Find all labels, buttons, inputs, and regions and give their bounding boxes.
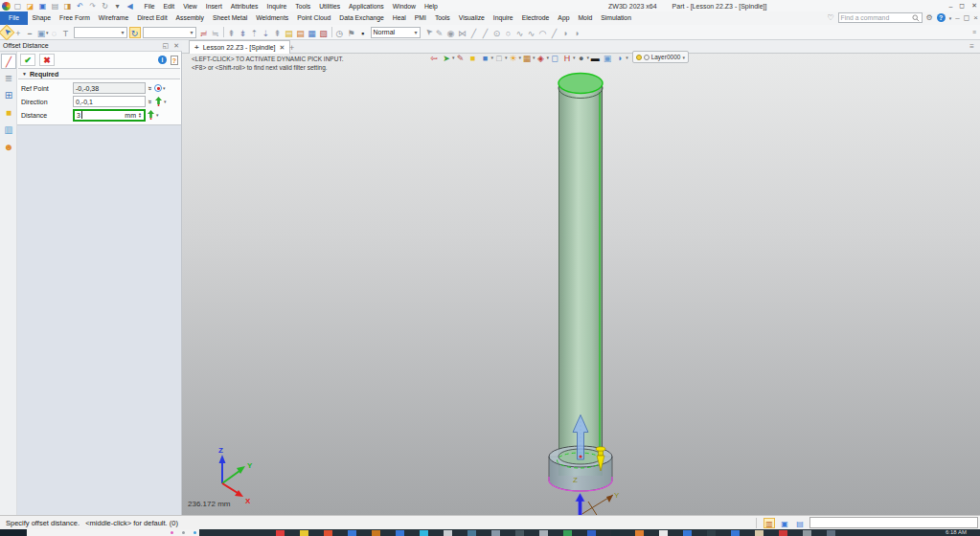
menu-insert[interactable]: Insert	[201, 3, 226, 10]
taskbar-app-icon[interactable]	[707, 530, 716, 536]
taskbar-app-icon[interactable]	[683, 530, 692, 536]
history-manager-icon[interactable]: ≣	[1, 71, 16, 86]
ribbon-tab-wireframe[interactable]: Wireframe	[94, 11, 132, 25]
ribbon-tab-electrode[interactable]: Electrode	[517, 11, 554, 25]
visibility-icon[interactable]: ◗	[614, 52, 626, 63]
undo-icon[interactable]: ↶	[75, 1, 85, 11]
direction-expand-icon[interactable]: »	[146, 98, 154, 105]
cancel-button[interactable]: ✖	[39, 54, 55, 66]
tab-close-icon[interactable]: ✕	[280, 44, 285, 52]
brush-icon[interactable]: ✎	[455, 52, 467, 63]
taskbar-app-icon[interactable]	[779, 530, 787, 536]
taskbar-app-icon[interactable]	[491, 530, 500, 536]
line1-icon[interactable]: ╱	[468, 27, 480, 38]
layer-list-icon[interactable]: ▤	[284, 27, 295, 38]
text-select-icon[interactable]: T	[60, 27, 72, 38]
view-cube-icon[interactable]: ■	[1, 105, 16, 121]
ref-point-input[interactable]: -0,-0,38	[73, 82, 146, 94]
render-sphere-icon[interactable]: ●	[576, 52, 587, 63]
circled-icon[interactable]: ◉	[445, 27, 457, 38]
ribbon-tab-point-cloud[interactable]: Point Cloud	[293, 11, 335, 25]
panel-close-icon[interactable]: ✕	[173, 42, 179, 50]
pin5-icon[interactable]: ⇞	[272, 27, 284, 38]
distance-dropdown-icon[interactable]: ▾	[156, 112, 159, 118]
taskbar-app-icon[interactable]	[324, 530, 332, 536]
shade-mode-icon[interactable]: ■	[480, 52, 491, 63]
csys-box-icon[interactable]: ■	[467, 52, 479, 63]
ribbon-tab-simulation[interactable]: Simulation	[597, 11, 636, 25]
zoom-window-icon[interactable]: ◻	[549, 52, 560, 63]
image-blue-icon[interactable]: ▦	[307, 27, 318, 38]
viewport-blue-icon[interactable]: ▣	[602, 52, 613, 63]
wireframe-mode-icon[interactable]: □	[493, 52, 505, 63]
model-canvas[interactable]: Z Y Z Y X	[182, 54, 980, 515]
menu-tools[interactable]: Tools	[291, 3, 315, 10]
ribbon-tab-heal[interactable]: Heal	[388, 11, 410, 25]
remove-entity-icon[interactable]: −	[24, 27, 35, 38]
panel-toggle-icon[interactable]: ▥	[763, 518, 775, 528]
distance-input[interactable]: 3mm▲▼	[73, 109, 146, 122]
layer-state-icon[interactable]	[644, 55, 650, 60]
line3-icon[interactable]: ╱	[549, 27, 560, 38]
pin1-icon[interactable]: ⇞	[226, 27, 238, 38]
menu-file[interactable]: File	[140, 3, 159, 10]
trim-icon[interactable]: ⋈	[457, 27, 468, 38]
minimize-button[interactable]: –	[948, 3, 952, 10]
redo-icon[interactable]: ↷	[87, 1, 98, 11]
layer-visibility-icon[interactable]	[636, 55, 642, 60]
folder-red-icon[interactable]: ▤	[295, 27, 307, 38]
pin2-icon[interactable]: ⇟	[238, 27, 249, 38]
ribbon-tab-data-exchange[interactable]: Data Exchange	[335, 11, 388, 25]
ribbon-tab-file[interactable]: File	[0, 11, 28, 25]
taskbar-app-icon[interactable]	[276, 530, 285, 536]
pin3-icon[interactable]: ⇡	[249, 27, 261, 38]
ribbon-tab-weldments[interactable]: Weldments	[252, 11, 293, 25]
circle-select-icon[interactable]: ◌	[49, 27, 60, 38]
arc-icon[interactable]: ◠	[537, 27, 549, 38]
ref-point-expand-icon[interactable]: »	[146, 84, 154, 92]
point-picker-icon[interactable]	[154, 84, 162, 92]
auto-update-icon[interactable]: ↻	[129, 27, 141, 38]
taskbar-app-icon[interactable]	[444, 530, 452, 536]
start-button[interactable]	[0, 529, 26, 536]
help-dropdown-icon[interactable]: ▾	[949, 15, 952, 21]
taskbar-app-icon[interactable]	[539, 530, 548, 536]
align-gray-icon[interactable]: ≒	[210, 27, 221, 38]
taskbar-search[interactable]	[27, 529, 199, 536]
find-command-box[interactable]: Find a command	[838, 12, 923, 23]
direction-input[interactable]: 0,-0,1	[73, 96, 146, 107]
pin4-icon[interactable]: ⇣	[261, 27, 272, 38]
spline1-icon[interactable]: ∿	[514, 27, 526, 38]
visualize-manager-icon[interactable]: ▥	[1, 123, 16, 138]
toolbar-overflow-icon[interactable]: ≡	[972, 29, 976, 35]
ribbon-tab-direct-edit[interactable]: Direct Edit	[133, 11, 171, 25]
window-list-icon[interactable]: ▤	[794, 518, 806, 528]
background-icon[interactable]: ▦	[521, 52, 533, 63]
menu-window[interactable]: Window	[388, 3, 420, 10]
assembly-manager-icon[interactable]: ⊞	[1, 88, 16, 103]
document-tab[interactable]: + Lesson 22.Z3 - [Spindle] ✕	[189, 40, 290, 54]
taskbar-app-icon[interactable]	[635, 530, 644, 536]
preset-combo[interactable]: ▾	[74, 27, 127, 38]
taskbar-app-icon[interactable]	[731, 530, 740, 536]
taskbar-app-icon[interactable]	[420, 530, 428, 536]
print-icon[interactable]: ▤	[50, 1, 60, 11]
style-combo[interactable]: Normal▾	[371, 27, 421, 38]
save-icon[interactable]: ▣	[37, 1, 48, 11]
help-page-icon[interactable]: ?	[171, 56, 178, 65]
qa-dropdown-icon[interactable]: ▾	[112, 1, 123, 11]
pick-filter-icon[interactable]: ➤	[441, 52, 452, 63]
view-orient-icon[interactable]: ◈	[536, 52, 547, 63]
line2-icon[interactable]: ╱	[480, 27, 491, 38]
menu-view[interactable]: View	[179, 3, 202, 10]
swap-icon[interactable]: ▧	[318, 27, 330, 38]
ribbon-tab-shape[interactable]: Shape	[28, 11, 56, 25]
taskbar-app-icon[interactable]	[515, 530, 524, 536]
required-section-header[interactable]: ▼ Required	[18, 68, 180, 79]
taskbar-app-icon[interactable]	[803, 530, 811, 536]
solid-square-icon[interactable]: ▪	[357, 27, 369, 38]
app-logo-icon[interactable]	[2, 2, 11, 11]
menu-help[interactable]: Help	[420, 3, 442, 10]
ribbon-tab-inquire[interactable]: Inquire	[489, 11, 517, 25]
ribbon-tab-sheet-metal[interactable]: Sheet Metal	[209, 11, 252, 25]
